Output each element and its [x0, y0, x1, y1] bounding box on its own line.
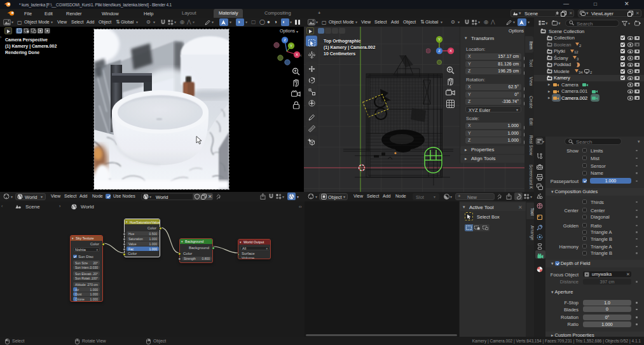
- svg-text:Y: Y: [290, 44, 292, 48]
- svg-text:X: X: [449, 49, 452, 53]
- svg-text:Z: Z: [284, 38, 286, 42]
- svg-text:Z: Z: [438, 49, 441, 53]
- svg-text:Y: Y: [438, 37, 441, 41]
- svg-text:X: X: [296, 53, 298, 57]
